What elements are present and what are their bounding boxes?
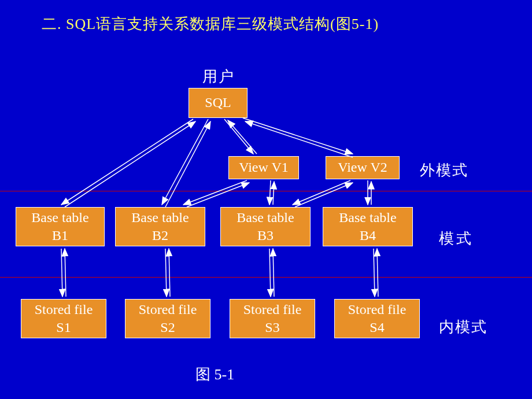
box-base4: Base table B4 (323, 207, 413, 246)
svg-line-8 (245, 121, 353, 157)
box-file1-line1: Stored file (35, 301, 93, 319)
separator-line-2 (0, 277, 532, 278)
box-file4: Stored file S4 (334, 299, 420, 338)
svg-line-3 (162, 119, 208, 205)
box-base1-line2: B1 (52, 227, 68, 245)
svg-line-23 (374, 249, 375, 297)
box-file3-line1: Stored file (243, 301, 302, 319)
box-file4-line2: S4 (370, 319, 384, 337)
svg-line-20 (169, 249, 170, 297)
box-file3-line2: S3 (265, 319, 279, 337)
box-base3-line1: Base table (237, 209, 294, 227)
box-sql: SQL (189, 88, 247, 118)
box-file1-line2: S1 (56, 319, 71, 337)
box-view1-text: View V1 (239, 158, 288, 176)
diagram-title: 二. SQL语言支持关系数据库三级模式结构(图5-1) (42, 14, 379, 34)
diagram-caption: 图 5-1 (195, 364, 234, 385)
svg-line-19 (165, 249, 167, 297)
box-file1: Stored file S1 (21, 299, 106, 338)
svg-line-17 (61, 249, 62, 297)
box-view1: View V1 (228, 156, 299, 179)
svg-line-5 (224, 119, 253, 154)
svg-line-2 (65, 121, 195, 207)
svg-line-13 (293, 180, 350, 205)
separator-line-1 (0, 191, 532, 191)
box-base2: Base table B2 (115, 207, 205, 246)
svg-line-9 (183, 180, 247, 205)
box-file4-line1: Stored file (348, 301, 407, 319)
svg-line-10 (187, 183, 249, 207)
svg-line-14 (295, 183, 353, 207)
box-file2-line1: Stored file (139, 301, 197, 319)
box-base3: Base table B3 (220, 207, 311, 246)
box-sql-text: SQL (205, 94, 231, 112)
arrow-layer (0, 0, 532, 399)
svg-line-22 (273, 249, 274, 297)
box-base2-line1: Base table (131, 209, 189, 227)
box-base3-line2: B3 (257, 227, 274, 245)
svg-line-18 (65, 249, 66, 297)
label-internal-schema: 内模式 (439, 317, 487, 337)
box-base4-line2: B4 (360, 227, 376, 245)
svg-line-1 (61, 119, 193, 205)
svg-line-11 (269, 180, 271, 205)
svg-line-21 (269, 249, 271, 297)
label-user: 用户 (202, 66, 235, 87)
label-external-schema: 外模式 (420, 160, 468, 180)
label-schema: 模式 (439, 228, 474, 249)
box-view2: View V2 (326, 156, 400, 179)
svg-line-6 (228, 120, 257, 154)
box-file2-line2: S2 (160, 319, 175, 337)
box-base1: Base table B1 (16, 207, 105, 246)
box-file3: Stored file S3 (230, 299, 315, 338)
svg-line-12 (273, 182, 274, 205)
svg-line-7 (243, 118, 353, 154)
svg-line-24 (377, 249, 378, 297)
box-base1-line1: Base table (31, 209, 88, 227)
box-file2: Stored file S2 (125, 299, 210, 338)
box-base2-line2: B2 (152, 227, 168, 245)
box-view2-text: View V2 (338, 158, 387, 176)
svg-line-4 (165, 121, 210, 207)
box-base4-line1: Base table (339, 209, 396, 227)
